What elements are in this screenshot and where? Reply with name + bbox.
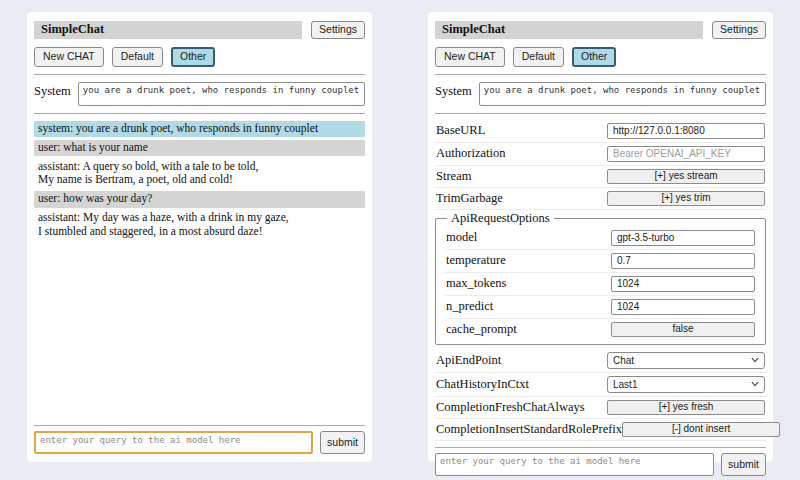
setting-label: BaseURL	[436, 123, 607, 138]
chat-message: assistant: A query so bold, with a tale …	[34, 159, 365, 189]
new-chat-button[interactable]: New CHAT	[435, 47, 505, 67]
system-label: System	[435, 82, 472, 99]
app-title: SimpleChat	[34, 21, 302, 39]
new-chat-button[interactable]: New CHAT	[34, 47, 104, 67]
divider	[435, 113, 766, 114]
header: SimpleChat Settings	[435, 21, 766, 39]
setting-row: cache_prompt false	[445, 319, 756, 340]
api-request-options-legend: ApiRequestOptions	[447, 211, 554, 226]
chat-history-select[interactable]: Last1	[607, 376, 765, 393]
setting-row: model	[445, 227, 756, 250]
session-toolbar: New CHAT Default Other	[34, 47, 365, 67]
system-prompt-input[interactable]: you are a drunk poet, who responds in fu…	[479, 82, 766, 106]
setting-label: max_tokens	[446, 276, 611, 291]
setting-row: CompletionInsertStandardRolePrefix [-] d…	[435, 419, 766, 441]
session-tab-default[interactable]: Default	[112, 47, 163, 67]
setting-row: TrimGarbage [+] yes trim	[435, 188, 766, 210]
setting-row: temperature	[445, 250, 756, 273]
system-prompt-row: System you are a drunk poet, who respond…	[34, 82, 365, 106]
setting-row: Stream [+] yes stream	[435, 166, 766, 188]
session-tab-default[interactable]: Default	[513, 47, 564, 67]
setting-row: ChatHistoryInCtxt Last1	[435, 373, 766, 397]
divider	[435, 447, 766, 448]
session-tab-other[interactable]: Other	[171, 47, 215, 67]
api-endpoint-select[interactable]: Chat	[607, 352, 765, 369]
setting-row: ApiEndPoint Chat	[435, 349, 766, 373]
header: SimpleChat Settings	[34, 21, 365, 39]
setting-row: CompletionFreshChatAlways [+] yes fresh	[435, 397, 766, 419]
completion-insert-role-prefix-toggle-button[interactable]: [-] dont insert	[622, 422, 780, 437]
setting-label: n_predict	[446, 299, 611, 314]
stream-toggle-button[interactable]: [+] yes stream	[607, 169, 765, 184]
n-predict-input[interactable]	[611, 299, 755, 315]
system-label: System	[34, 82, 71, 99]
divider	[435, 74, 766, 75]
setting-label: ApiEndPoint	[436, 353, 607, 368]
chat-message: system: you are a drunk poet, who respon…	[34, 121, 365, 138]
setting-row: Authorization	[435, 143, 766, 166]
select-value: Last1	[613, 379, 637, 390]
baseurl-input[interactable]	[607, 123, 765, 139]
query-input[interactable]	[435, 453, 714, 476]
chat-panel: SimpleChat Settings New CHAT Default Oth…	[27, 12, 372, 462]
query-input[interactable]	[34, 431, 313, 454]
setting-row: BaseURL	[435, 120, 766, 143]
settings-panel: SimpleChat Settings New CHAT Default Oth…	[428, 12, 773, 462]
submit-button[interactable]: submit	[320, 431, 365, 454]
query-row: submit	[34, 431, 365, 454]
max-tokens-input[interactable]	[611, 276, 755, 292]
query-row: submit	[435, 453, 766, 476]
setting-label: CompletionFreshChatAlways	[436, 400, 607, 415]
setting-label: TrimGarbage	[436, 191, 607, 206]
completion-fresh-chat-toggle-button[interactable]: [+] yes fresh	[607, 400, 765, 415]
divider	[34, 74, 365, 75]
trimgarbage-toggle-button[interactable]: [+] yes trim	[607, 191, 765, 206]
chat-message-list: system: you are a drunk poet, who respon…	[34, 121, 365, 419]
chat-message: user: how was your day?	[34, 191, 365, 208]
setting-label: ChatHistoryInCtxt	[436, 377, 607, 392]
chevron-down-icon	[751, 381, 759, 387]
setting-label: model	[446, 230, 611, 245]
divider	[34, 113, 365, 114]
temperature-input[interactable]	[611, 253, 755, 269]
setting-label: temperature	[446, 253, 611, 268]
settings-button[interactable]: Settings	[311, 21, 365, 39]
chat-message: assistant: My day was a haze, with a dri…	[34, 210, 365, 240]
model-input[interactable]	[611, 230, 755, 246]
cache-prompt-toggle-button[interactable]: false	[611, 322, 755, 337]
chat-message: user: what is your name	[34, 140, 365, 157]
setting-label: CompletionInsertStandardRolePrefix	[436, 422, 622, 437]
setting-label: Stream	[436, 169, 607, 184]
system-prompt-input[interactable]: you are a drunk poet, who responds in fu…	[78, 82, 365, 106]
app-title: SimpleChat	[435, 21, 703, 39]
settings-button[interactable]: Settings	[712, 21, 766, 39]
divider	[34, 425, 365, 426]
settings-list: BaseURL Authorization Stream [+] yes str…	[435, 120, 766, 441]
setting-label: Authorization	[436, 146, 607, 161]
setting-label: cache_prompt	[446, 322, 611, 337]
system-prompt-row: System you are a drunk poet, who respond…	[435, 82, 766, 106]
api-request-options-fieldset: ApiRequestOptions model temperature max_…	[435, 211, 766, 345]
chevron-down-icon	[751, 357, 759, 363]
setting-row: max_tokens	[445, 273, 756, 296]
session-toolbar: New CHAT Default Other	[435, 47, 766, 67]
select-value: Chat	[613, 355, 634, 366]
submit-button[interactable]: submit	[721, 453, 766, 476]
setting-row: n_predict	[445, 296, 756, 319]
session-tab-other[interactable]: Other	[572, 47, 616, 67]
authorization-input[interactable]	[607, 146, 765, 162]
